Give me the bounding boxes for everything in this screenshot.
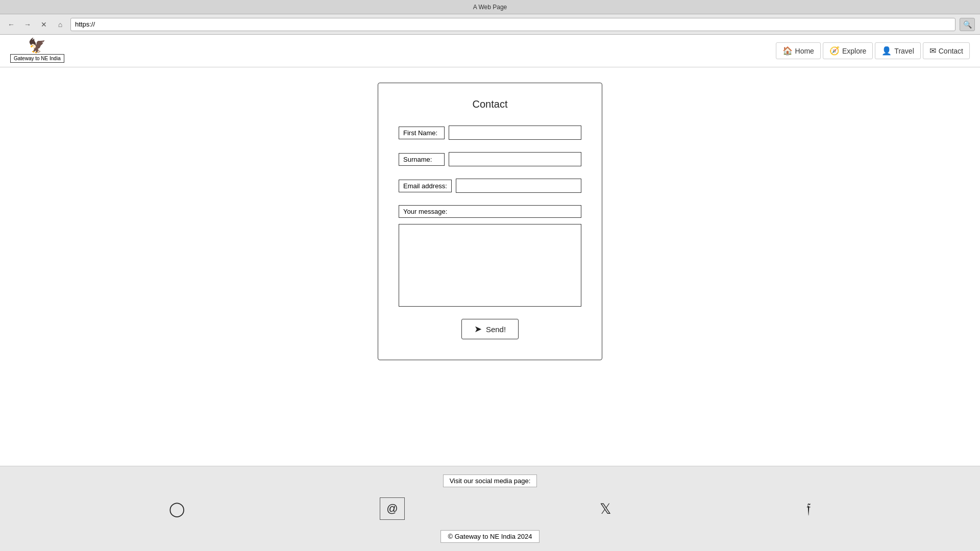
- email-row: Email address:: [399, 179, 581, 193]
- email-input[interactable]: [456, 179, 581, 193]
- travel-nav-label: Travel: [894, 47, 914, 55]
- contact-card: Contact First Name: Surname: Email addre…: [378, 83, 602, 360]
- home-icon: 🏠: [782, 46, 793, 56]
- copyright-text: © Gateway to NE India 2024: [440, 530, 540, 543]
- forward-button[interactable]: →: [21, 18, 34, 31]
- logo-bird-icon: 🦅: [28, 39, 46, 53]
- social-icons-row: ◯ @ 𝕏 𝔣: [20, 497, 960, 520]
- send-icon: ➤: [474, 323, 482, 335]
- send-label: Send!: [486, 325, 506, 334]
- explore-icon: 🧭: [829, 46, 840, 56]
- message-textarea-wrapper: [399, 224, 581, 307]
- explore-nav-label: Explore: [842, 47, 866, 55]
- message-label: Your message:: [399, 205, 581, 218]
- explore-nav-link[interactable]: 🧭 Explore: [823, 42, 873, 59]
- email-label: Email address:: [399, 180, 452, 192]
- browser-title-bar: A Web Page: [0, 0, 980, 14]
- copyright-wrapper: © Gateway to NE India 2024: [20, 530, 960, 543]
- home-browser-button[interactable]: ⌂: [54, 18, 66, 31]
- contact-title: Contact: [399, 98, 581, 110]
- address-bar[interactable]: [70, 18, 955, 31]
- contact-nav-link[interactable]: ✉ Contact: [923, 42, 970, 59]
- social-label: Visit our social media page:: [443, 474, 537, 487]
- home-nav-label: Home: [795, 47, 814, 55]
- social-label-wrapper: Visit our social media page:: [20, 474, 960, 487]
- surname-label: Surname:: [399, 153, 445, 166]
- browser-title: A Web Page: [473, 4, 507, 11]
- logo-area: 🦅 Gateway to NE India: [10, 39, 64, 63]
- send-button[interactable]: ➤ Send!: [461, 319, 519, 339]
- first-name-row: First Name:: [399, 126, 581, 140]
- page-wrapper: 🦅 Gateway to NE India 🏠 Home 🧭 Explore 👤…: [0, 35, 980, 551]
- back-button[interactable]: ←: [5, 18, 17, 31]
- contact-nav-label: Contact: [939, 47, 963, 55]
- nav-bar: 🦅 Gateway to NE India 🏠 Home 🧭 Explore 👤…: [0, 35, 980, 67]
- facebook-icon[interactable]: 𝔣: [806, 500, 811, 517]
- send-button-wrapper: ➤ Send!: [399, 319, 581, 339]
- message-textarea[interactable]: [399, 224, 581, 306]
- nav-links: 🏠 Home 🧭 Explore 👤 Travel ✉ Contact: [776, 42, 970, 59]
- message-label-row: Your message:: [399, 205, 581, 218]
- travel-nav-link[interactable]: 👤 Travel: [875, 42, 920, 59]
- footer: Visit our social media page: ◯ @ 𝕏 𝔣 © G…: [0, 466, 980, 551]
- home-nav-link[interactable]: 🏠 Home: [776, 42, 821, 59]
- first-name-input[interactable]: [449, 126, 581, 140]
- surname-input[interactable]: [449, 152, 581, 166]
- first-name-label: First Name:: [399, 127, 445, 139]
- contact-icon: ✉: [929, 46, 936, 56]
- logo-text: Gateway to NE India: [10, 54, 64, 63]
- search-button[interactable]: 🔍: [960, 18, 975, 31]
- instagram-icon[interactable]: ◯: [169, 500, 185, 517]
- twitter-icon[interactable]: 𝕏: [600, 500, 611, 517]
- email-social-icon[interactable]: @: [380, 497, 404, 520]
- travel-icon: 👤: [881, 46, 892, 56]
- surname-row: Surname:: [399, 152, 581, 166]
- close-button[interactable]: ✕: [38, 18, 50, 31]
- browser-toolbar: ← → ✕ ⌂ 🔍: [0, 14, 980, 35]
- main-content: Contact First Name: Surname: Email addre…: [0, 67, 980, 466]
